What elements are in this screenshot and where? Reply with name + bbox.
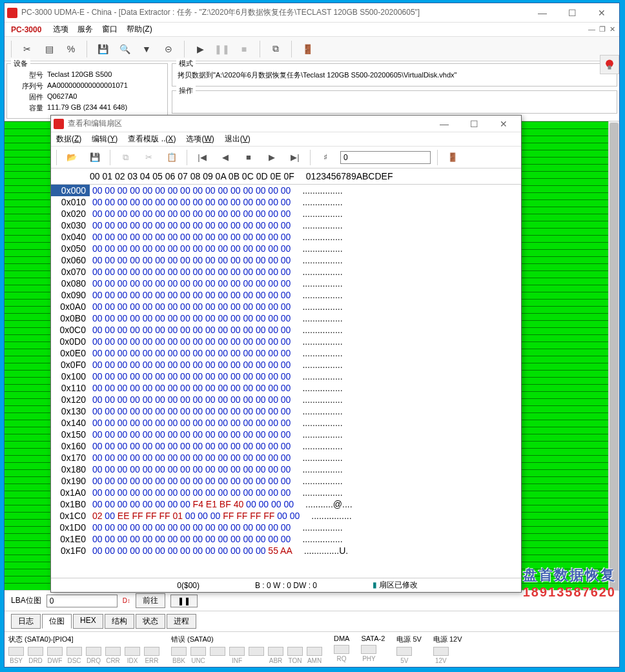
hex-ascii[interactable]: ................ xyxy=(291,208,342,219)
hex-row[interactable]: 0x180 00 00 00 00 00 00 00 00 00 00 00 0… xyxy=(51,463,521,475)
map-scrollbar[interactable] xyxy=(608,121,619,590)
hex-row[interactable]: 0x100 00 00 00 00 00 00 00 00 00 00 00 0… xyxy=(51,371,521,382)
hex-row[interactable]: 0x0F0 00 00 00 00 00 00 00 00 00 00 00 0… xyxy=(51,359,521,371)
hex-ascii[interactable]: ................ xyxy=(291,231,342,243)
maximize-button[interactable]: ☐ xyxy=(557,4,587,22)
mdi-close-button[interactable]: ✕ xyxy=(610,25,615,34)
hex-ascii[interactable]: ................ xyxy=(291,336,342,347)
hex-bytes[interactable]: 00 00 00 00 00 00 00 00 00 00 00 00 00 0… xyxy=(90,382,291,394)
last-icon[interactable]: ▶| xyxy=(287,149,303,166)
hex-bytes[interactable]: 00 00 00 00 00 00 00 00 00 00 00 00 00 0… xyxy=(90,231,291,243)
tools-icon[interactable]: ✂ xyxy=(18,40,36,58)
hex-bytes[interactable]: 00 00 00 00 00 00 00 00 00 00 00 00 00 0… xyxy=(90,254,291,266)
hex-bytes[interactable]: 00 00 00 00 00 00 00 00 00 00 00 00 00 0… xyxy=(90,522,291,533)
hex-bytes[interactable]: 00 00 00 00 00 00 00 00 00 00 00 00 00 0… xyxy=(90,394,291,405)
first-icon[interactable]: |◀ xyxy=(194,149,210,166)
hex-row[interactable]: 0x0E0 00 00 00 00 00 00 00 00 00 00 00 0… xyxy=(51,347,521,359)
hex-row[interactable]: 0x030 00 00 00 00 00 00 00 00 00 00 00 0… xyxy=(51,219,521,231)
close-button[interactable]: ✕ xyxy=(587,4,617,22)
exit-icon[interactable]: 🚪 xyxy=(444,149,461,166)
find-icon[interactable]: 🔍 xyxy=(116,40,134,58)
hex-bytes[interactable]: 00 00 00 00 00 00 00 00 00 00 00 00 00 0… xyxy=(90,185,291,196)
hex-ascii[interactable]: ................ xyxy=(291,312,342,324)
hex-bytes[interactable]: 00 00 00 00 00 00 00 00 00 00 00 00 00 0… xyxy=(90,545,292,556)
hex-bytes[interactable]: 00 00 00 00 00 00 00 00 00 00 00 00 00 0… xyxy=(90,347,291,359)
mdi-restore-button[interactable]: ❐ xyxy=(599,25,606,34)
filter-icon[interactable]: ▼ xyxy=(138,40,156,58)
hex-ascii[interactable]: ................ xyxy=(291,243,342,254)
hex-bytes[interactable]: 00 00 00 00 00 00 00 00 F4 E1 BF 40 00 0… xyxy=(90,498,294,510)
hex-ascii[interactable]: ................ xyxy=(291,429,342,440)
hex-bytes[interactable]: 00 00 00 00 00 00 00 00 00 00 00 00 00 0… xyxy=(90,301,291,312)
hex-row[interactable]: 0x060 00 00 00 00 00 00 00 00 00 00 00 0… xyxy=(51,254,521,266)
hex-ascii[interactable]: ................ xyxy=(291,487,342,498)
hex-menu-template[interactable]: 查看模版 ..(X) xyxy=(128,134,176,145)
hex-row[interactable]: 0x150 00 00 00 00 00 00 00 00 00 00 00 0… xyxy=(51,429,521,440)
hex-bytes[interactable]: 00 00 00 00 00 00 00 00 00 00 00 00 00 0… xyxy=(90,312,291,324)
hex-body[interactable]: 00 01 02 03 04 05 06 07 08 09 0A 0B 0C 0… xyxy=(51,168,521,578)
hex-ascii[interactable]: ................ xyxy=(291,533,342,545)
hex-bytes[interactable]: 00 00 00 00 00 00 00 00 00 00 00 00 00 0… xyxy=(90,208,291,219)
goto-button[interactable]: 前往 xyxy=(136,593,165,608)
hex-row[interactable]: 0x160 00 00 00 00 00 00 00 00 00 00 00 0… xyxy=(51,440,521,452)
hex-row[interactable]: 0x1E0 00 00 00 00 00 00 00 00 00 00 00 0… xyxy=(51,533,521,545)
tab-process[interactable]: 进程 xyxy=(167,614,196,629)
hex-bytes[interactable]: 00 00 00 00 00 00 00 00 00 00 00 00 00 0… xyxy=(90,324,291,336)
tab-hex[interactable]: HEX xyxy=(73,614,103,629)
hex-row[interactable]: 0x170 00 00 00 00 00 00 00 00 00 00 00 0… xyxy=(51,452,521,463)
menu-window[interactable]: 窗口 xyxy=(102,24,118,35)
hex-ascii[interactable]: ................ xyxy=(291,440,342,452)
hex-row[interactable]: 0x1A0 00 00 00 00 00 00 00 00 00 00 00 0… xyxy=(51,487,521,498)
minimize-button[interactable]: — xyxy=(528,4,557,22)
hex-ascii[interactable]: ................ xyxy=(291,405,342,417)
hex-ascii[interactable]: ................ xyxy=(291,185,342,196)
hex-row[interactable]: 0x1F0 00 00 00 00 00 00 00 00 00 00 00 0… xyxy=(51,545,521,556)
tab-state[interactable]: 状态 xyxy=(136,614,165,629)
hex-bytes[interactable]: 00 00 00 00 00 00 00 00 00 00 00 00 00 0… xyxy=(90,219,291,231)
hex-row[interactable]: 0x110 00 00 00 00 00 00 00 00 00 00 00 0… xyxy=(51,382,521,394)
hex-ascii[interactable]: ................ xyxy=(291,254,342,266)
hex-ascii[interactable]: ................ xyxy=(291,196,342,208)
stop-button[interactable]: ■ xyxy=(235,40,253,58)
hex-ascii[interactable]: ................ xyxy=(291,452,342,463)
grid-icon[interactable]: ♯ xyxy=(317,149,334,166)
hex-bytes[interactable]: 00 00 00 00 00 00 00 00 00 00 00 00 00 0… xyxy=(90,452,291,463)
hex-row[interactable]: 0x0C0 00 00 00 00 00 00 00 00 00 00 00 0… xyxy=(51,324,521,336)
hex-row[interactable]: 0x140 00 00 00 00 00 00 00 00 00 00 00 0… xyxy=(51,417,521,429)
scrollbar-thumb[interactable] xyxy=(610,123,619,590)
hex-bytes[interactable]: 00 00 00 00 00 00 00 00 00 00 00 00 00 0… xyxy=(90,405,291,417)
hex-bytes[interactable]: 00 00 00 00 00 00 00 00 00 00 00 00 00 0… xyxy=(90,243,291,254)
hex-row[interactable]: 0x000 00 00 00 00 00 00 00 00 00 00 00 0… xyxy=(51,185,521,196)
hex-row[interactable]: 0x1B0 00 00 00 00 00 00 00 00 F4 E1 BF 4… xyxy=(51,498,521,510)
exit-icon[interactable]: 🚪 xyxy=(298,40,316,58)
hex-ascii[interactable]: ................ xyxy=(291,394,342,405)
menu-help[interactable]: 帮助(Z) xyxy=(127,24,152,35)
lba-pause-button[interactable]: ❚❚ xyxy=(170,595,198,607)
hex-ascii[interactable]: ................ xyxy=(291,301,342,312)
hex-ascii[interactable]: ................ xyxy=(291,266,342,278)
hex-menu-data[interactable]: 数据(Z) xyxy=(56,134,81,145)
hex-bytes[interactable]: 00 00 00 00 00 00 00 00 00 00 00 00 00 0… xyxy=(90,289,291,301)
copy-icon[interactable]: ⧉ xyxy=(117,149,134,166)
hex-ascii[interactable]: ................ xyxy=(291,347,342,359)
hex-bytes[interactable]: 00 00 00 00 00 00 00 00 00 00 00 00 00 0… xyxy=(90,417,291,429)
hex-row[interactable]: 0x0D0 00 00 00 00 00 00 00 00 00 00 00 0… xyxy=(51,336,521,347)
cut-icon[interactable]: ✂ xyxy=(140,149,157,166)
sheet-icon[interactable]: ▤ xyxy=(40,40,58,58)
lba-input[interactable] xyxy=(46,595,118,607)
hex-bytes[interactable]: 00 00 00 00 00 00 00 00 00 00 00 00 00 0… xyxy=(90,336,291,347)
hex-row[interactable]: 0x090 00 00 00 00 00 00 00 00 00 00 00 0… xyxy=(51,289,521,301)
tab-log[interactable]: 日志 xyxy=(11,614,41,629)
hex-row[interactable]: 0x0A0 00 00 00 00 00 00 00 00 00 00 00 0… xyxy=(51,301,521,312)
hex-menu-edit[interactable]: 编辑(Y) xyxy=(92,134,118,145)
hex-row[interactable]: 0x120 00 00 00 00 00 00 00 00 00 00 00 0… xyxy=(51,394,521,405)
percent-icon[interactable]: % xyxy=(62,40,80,58)
hex-ascii[interactable]: ................ xyxy=(291,522,342,533)
hex-bytes[interactable]: 00 00 00 00 00 00 00 00 00 00 00 00 00 0… xyxy=(90,533,291,545)
hex-ascii[interactable]: ................ xyxy=(291,371,342,382)
hex-maximize-button[interactable]: ☐ xyxy=(459,115,489,133)
hex-ascii[interactable]: ................ xyxy=(300,510,351,522)
hex-row[interactable]: 0x0B0 00 00 00 00 00 00 00 00 00 00 00 0… xyxy=(51,312,521,324)
hex-ascii[interactable]: ................ xyxy=(291,359,342,371)
copy-icon[interactable]: ⧉ xyxy=(267,40,285,58)
